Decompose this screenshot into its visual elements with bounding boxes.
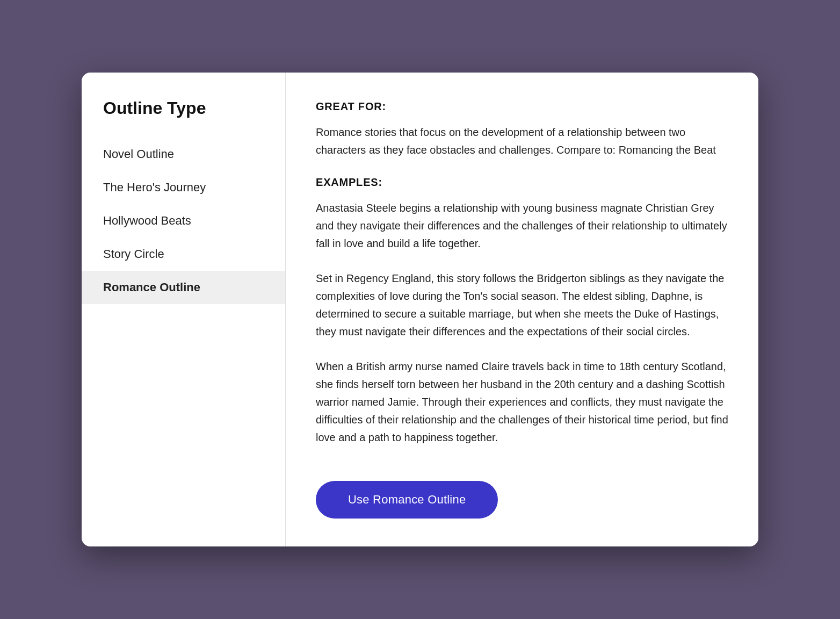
sidebar-item-heros-journey[interactable]: The Hero's Journey <box>82 171 285 204</box>
examples-label: EXAMPLES: <box>316 176 728 189</box>
sidebar: Outline Type Novel Outline The Hero's Jo… <box>82 73 286 546</box>
use-romance-outline-button[interactable]: Use Romance Outline <box>316 481 498 519</box>
outline-type-modal: Outline Type Novel Outline The Hero's Jo… <box>82 73 758 546</box>
great-for-label: GREAT FOR: <box>316 100 728 113</box>
example-1-text: Anastasia Steele begins a relationship w… <box>316 199 728 253</box>
sidebar-item-hollywood-beats[interactable]: Hollywood Beats <box>82 204 285 237</box>
sidebar-item-story-circle[interactable]: Story Circle <box>82 237 285 271</box>
content-panel: GREAT FOR: Romance stories that focus on… <box>286 73 758 546</box>
sidebar-title: Outline Type <box>82 98 285 138</box>
sidebar-item-romance-outline[interactable]: Romance Outline <box>82 271 285 304</box>
great-for-text: Romance stories that focus on the develo… <box>316 124 728 159</box>
sidebar-item-novel-outline[interactable]: Novel Outline <box>82 138 285 171</box>
example-3-text: When a British army nurse named Claire t… <box>316 358 728 447</box>
example-2-text: Set in Regency England, this story follo… <box>316 270 728 341</box>
